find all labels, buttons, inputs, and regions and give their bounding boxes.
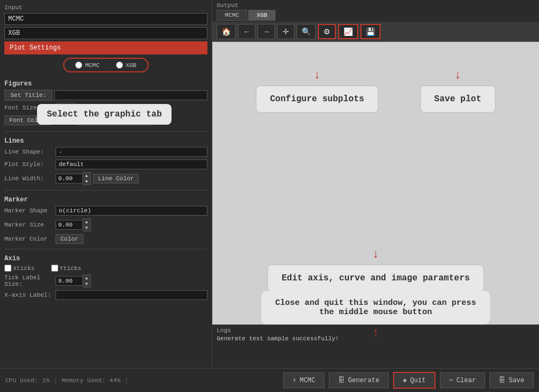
tick-label-size-label: Tick Label Size: bbox=[4, 274, 53, 287]
set-title-button[interactable]: Set Title: bbox=[4, 90, 52, 101]
line-width-spinner[interactable]: ▲ ▼ bbox=[56, 172, 91, 185]
arrow-save: ↓ bbox=[454, 69, 461, 82]
tab-mcmc[interactable]: MCMC bbox=[217, 10, 247, 21]
quit-button[interactable]: ◈ Quit bbox=[393, 372, 436, 389]
cpu-value: 1% bbox=[42, 377, 49, 384]
pan-button[interactable]: ✛ bbox=[277, 24, 295, 39]
zoom-button[interactable]: 🔍 bbox=[297, 24, 316, 39]
line-width-label: Line Width: bbox=[4, 175, 53, 182]
configure-subplots-button[interactable]: ⚙ bbox=[318, 24, 336, 39]
radio-xgb[interactable]: XGB bbox=[116, 62, 137, 69]
line-color-button[interactable]: Line Color bbox=[93, 174, 139, 183]
separator1: | bbox=[54, 377, 58, 384]
plot-area: Configure subplots ↓ Save plot ↓ Edit ax… bbox=[212, 42, 539, 324]
plot-style-input[interactable] bbox=[56, 160, 207, 169]
back-button[interactable]: ← bbox=[238, 24, 255, 39]
yticks-checkbox[interactable]: Yticks bbox=[51, 265, 82, 272]
input-field-xgb[interactable] bbox=[4, 27, 207, 39]
line-width-down[interactable]: ▼ bbox=[83, 179, 90, 185]
tick-label-size-spinner[interactable]: ▲ ▼ bbox=[56, 274, 91, 287]
quit-tooltip: Close and quit this window, you can pres… bbox=[261, 291, 490, 324]
arrow-configure: ↓ bbox=[314, 69, 321, 82]
bottom-bar: CPU Used: 1% | Memory Used: 44% | ⚡ MCMC… bbox=[0, 368, 539, 392]
graphic-tab-tooltip: Select the graphic tab bbox=[37, 104, 171, 125]
left-panel: Input Plot Settings MCMC XGB Figures Set… bbox=[0, 0, 212, 368]
generate-button[interactable]: 🗄 Generate bbox=[329, 372, 389, 388]
tab-bar: MCMC XGB bbox=[212, 10, 539, 21]
marker-label: Marker bbox=[4, 196, 207, 204]
tick-label-size-row: Tick Label Size: ▲ ▼ bbox=[4, 274, 207, 287]
mcmc-button[interactable]: ⚡ MCMC bbox=[283, 372, 324, 388]
generate-icon: 🗄 bbox=[338, 376, 345, 384]
edit-axis-button[interactable]: 📈 bbox=[338, 24, 358, 39]
tab-xgb[interactable]: XGB bbox=[248, 10, 275, 21]
line-width-row: Line Width: ▲ ▼ Line Color bbox=[4, 172, 207, 185]
memory-value: 44% bbox=[109, 377, 120, 384]
title-input[interactable] bbox=[54, 90, 207, 100]
plot-style-row: Plot Style: bbox=[4, 160, 207, 169]
input-label: Input bbox=[4, 4, 207, 11]
line-shape-row: Line Shape: bbox=[4, 147, 207, 157]
marker-size-down[interactable]: ▼ bbox=[83, 225, 90, 231]
quit-label: Quit bbox=[410, 377, 426, 384]
save-icon: 🗄 bbox=[499, 376, 505, 384]
marker-shape-label: Marker Shape bbox=[4, 207, 53, 214]
mcmc-icon: ⚡ bbox=[292, 376, 296, 384]
input-field-mcmc[interactable] bbox=[4, 13, 207, 25]
marker-shape-input[interactable] bbox=[56, 206, 207, 216]
line-shape-input[interactable] bbox=[56, 147, 207, 157]
forward-button[interactable]: → bbox=[258, 24, 275, 39]
separator2: | bbox=[125, 377, 128, 384]
save-label: Save bbox=[509, 377, 524, 384]
lines-label: Lines bbox=[4, 137, 207, 145]
set-title-row: Set Title: bbox=[4, 90, 207, 101]
save-plot-button[interactable]: 💾 bbox=[360, 24, 381, 39]
xticks-checkbox[interactable]: Xticks bbox=[4, 265, 35, 272]
clear-icon: ✂ bbox=[449, 376, 453, 384]
arrow-quit-up: ↑ bbox=[372, 326, 379, 340]
plot-settings-button[interactable]: Plot Settings bbox=[4, 41, 207, 54]
figures-label: Figures bbox=[4, 80, 207, 88]
marker-size-up[interactable]: ▲ bbox=[83, 219, 90, 225]
memory-label: Memory Used: bbox=[62, 377, 105, 384]
marker-size-spinner[interactable]: ▲ ▼ bbox=[56, 218, 91, 231]
marker-size-label: Marker Size bbox=[4, 222, 53, 228]
toolbar: 🏠 ← → ✛ 🔍 ⚙ 📈 💾 bbox=[212, 22, 539, 42]
mcmc-label: MCMC bbox=[299, 377, 315, 384]
configure-subplots-tooltip: Configure subplots ↓ bbox=[256, 85, 378, 113]
radio-mcmc[interactable]: MCMC bbox=[75, 62, 99, 69]
clear-label: Clear bbox=[456, 377, 476, 384]
marker-color-button[interactable]: Color bbox=[56, 234, 83, 244]
tick-size-up[interactable]: ▲ bbox=[83, 275, 90, 281]
radio-group: MCMC XGB bbox=[63, 58, 148, 72]
axis-check-row: Xticks Yticks bbox=[4, 265, 207, 272]
x-axis-label-row: X-axis Label: bbox=[4, 290, 207, 300]
arrow-edit: ↓ bbox=[372, 248, 379, 261]
cpu-label: CPU Used: bbox=[5, 377, 38, 384]
right-panel-wrapper: Output MCMC XGB 🏠 ← → ✛ 🔍 ⚙ 📈 💾 Configur… bbox=[212, 0, 539, 368]
quit-icon: ◈ bbox=[403, 376, 407, 384]
output-label: Output bbox=[212, 0, 539, 10]
clear-button[interactable]: ✂ Clear bbox=[440, 372, 485, 388]
save-plot-tooltip: Save plot ↓ bbox=[420, 85, 495, 113]
edit-axis-tooltip: Edit axis, curve and image paramters ↓ bbox=[267, 265, 484, 292]
marker-shape-row: Marker Shape bbox=[4, 206, 207, 216]
marker-color-row: Marker Color Color bbox=[4, 234, 207, 244]
x-axis-label-label: X-axis Label: bbox=[4, 292, 53, 298]
save-button[interactable]: 🗄 Save bbox=[489, 372, 534, 388]
axis-label: Axis bbox=[4, 255, 207, 262]
generate-label: Generate bbox=[348, 377, 379, 384]
home-button[interactable]: 🏠 bbox=[217, 24, 236, 39]
plot-style-label: Plot Style: bbox=[4, 161, 53, 168]
marker-color-label: Marker Color bbox=[4, 236, 53, 242]
tick-size-down[interactable]: ▼ bbox=[83, 281, 90, 287]
line-width-up[interactable]: ▲ bbox=[83, 173, 90, 179]
x-axis-label-input[interactable] bbox=[56, 290, 207, 300]
line-shape-label: Line Shape: bbox=[4, 149, 53, 155]
marker-size-row: Marker Size ▲ ▼ bbox=[4, 218, 207, 231]
